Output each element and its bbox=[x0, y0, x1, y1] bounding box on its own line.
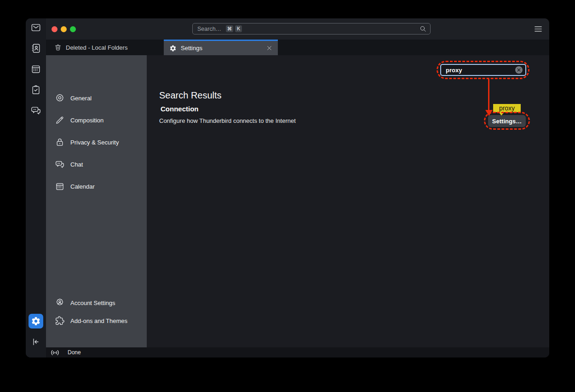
k-key-badge: K bbox=[235, 25, 242, 32]
tasks-space-button[interactable] bbox=[29, 82, 43, 97]
settings-search-value: proxy bbox=[446, 67, 462, 74]
settings-space-button[interactable] bbox=[29, 314, 43, 329]
sidebar-item-label: Account Settings bbox=[70, 300, 115, 306]
zoom-window-button[interactable] bbox=[70, 26, 76, 32]
trash-icon bbox=[54, 44, 62, 51]
window-body: Search… ⌘ K Deleted - Local Folders bbox=[46, 18, 549, 357]
annotation-highlight-label: proxy bbox=[493, 104, 521, 112]
collapse-spaces-button[interactable] bbox=[29, 334, 43, 349]
gear-icon bbox=[169, 45, 177, 52]
sidebar-item-chat[interactable]: Chat bbox=[46, 156, 147, 172]
search-icon bbox=[420, 25, 426, 32]
sidebar-item-label: Calendar bbox=[70, 183, 95, 190]
sidebar-item-general[interactable]: General bbox=[46, 90, 147, 106]
settings-main-pane: Search Results Connection Configure how … bbox=[147, 55, 549, 347]
sidebar-item-label: Chat bbox=[70, 161, 83, 168]
global-search-input[interactable]: Search… ⌘ K bbox=[192, 23, 431, 35]
status-text: Done bbox=[68, 349, 81, 356]
tab-label: Deleted - Local Folders bbox=[66, 44, 127, 51]
broadcast-icon bbox=[50, 349, 68, 356]
settings-search-input[interactable]: proxy bbox=[440, 64, 526, 76]
sidebar-item-calendar[interactable]: Calendar bbox=[46, 179, 147, 194]
status-bar: Done bbox=[46, 347, 549, 357]
close-tab-button[interactable] bbox=[266, 45, 272, 51]
connection-settings-button[interactable]: Settings… bbox=[488, 115, 526, 127]
account-icon bbox=[55, 298, 64, 307]
settings-gear-icon bbox=[31, 316, 41, 326]
sidebar-item-label: Composition bbox=[70, 117, 104, 124]
app-menu-button[interactable] bbox=[534, 25, 543, 33]
minimize-window-button[interactable] bbox=[61, 26, 67, 32]
pencil-icon bbox=[55, 115, 64, 125]
sidebar-item-label: General bbox=[70, 95, 92, 102]
tab-bar: Deleted - Local Folders Settings bbox=[46, 40, 549, 55]
chat-icon bbox=[55, 160, 64, 169]
settings-content: General Composition Privacy & Security bbox=[46, 55, 549, 347]
mail-space-button[interactable] bbox=[29, 20, 43, 35]
chat-icon bbox=[31, 105, 41, 115]
lock-icon bbox=[55, 138, 64, 147]
tab-settings[interactable]: Settings bbox=[164, 40, 278, 55]
collapse-sidebar-icon bbox=[31, 337, 41, 347]
thunderbird-window: Search… ⌘ K Deleted - Local Folders bbox=[26, 18, 549, 357]
calendar-icon bbox=[31, 64, 41, 74]
calendar-icon bbox=[55, 182, 64, 191]
tab-deleted-local-folders[interactable]: Deleted - Local Folders bbox=[51, 40, 131, 55]
titlebar: Search… ⌘ K bbox=[46, 18, 549, 40]
connection-settings-button-label: Settings… bbox=[492, 118, 522, 125]
address-book-icon bbox=[31, 43, 41, 53]
annotation-arrow-head bbox=[485, 110, 493, 116]
clear-search-button[interactable] bbox=[515, 66, 523, 74]
calendar-space-button[interactable] bbox=[29, 62, 43, 76]
close-window-button[interactable] bbox=[52, 26, 58, 32]
page-title: Search Results bbox=[159, 90, 549, 101]
clear-circle-icon bbox=[517, 68, 521, 72]
hamburger-menu-icon bbox=[534, 25, 543, 33]
annotation-highlight-notch bbox=[499, 112, 504, 115]
command-key-badge: ⌘ bbox=[226, 25, 233, 32]
tab-label: Settings bbox=[181, 45, 202, 52]
sidebar-item-label: Privacy & Security bbox=[70, 139, 119, 146]
sidebar-item-composition[interactable]: Composition bbox=[46, 112, 147, 128]
mail-icon bbox=[31, 23, 41, 33]
sidebar-bottom-group: Account Settings Add-ons and Themes bbox=[46, 295, 147, 331]
sidebar-item-addons-themes[interactable]: Add-ons and Themes bbox=[46, 313, 147, 329]
macos-window-controls bbox=[52, 26, 76, 32]
address-book-space-button[interactable] bbox=[29, 41, 43, 56]
chat-space-button[interactable] bbox=[29, 103, 43, 118]
settings-sidebar: General Composition Privacy & Security bbox=[46, 55, 147, 347]
sidebar-item-account-settings[interactable]: Account Settings bbox=[46, 295, 147, 311]
tasks-icon bbox=[31, 85, 41, 95]
annotation-arrow-line bbox=[488, 79, 489, 110]
sidebar-item-privacy-security[interactable]: Privacy & Security bbox=[46, 134, 147, 150]
sidebar-item-label: Add-ons and Themes bbox=[70, 317, 127, 324]
search-placeholder: Search… bbox=[197, 26, 221, 32]
spaces-toolbar bbox=[26, 18, 46, 357]
gear-icon bbox=[55, 93, 64, 103]
puzzle-icon bbox=[55, 316, 64, 325]
